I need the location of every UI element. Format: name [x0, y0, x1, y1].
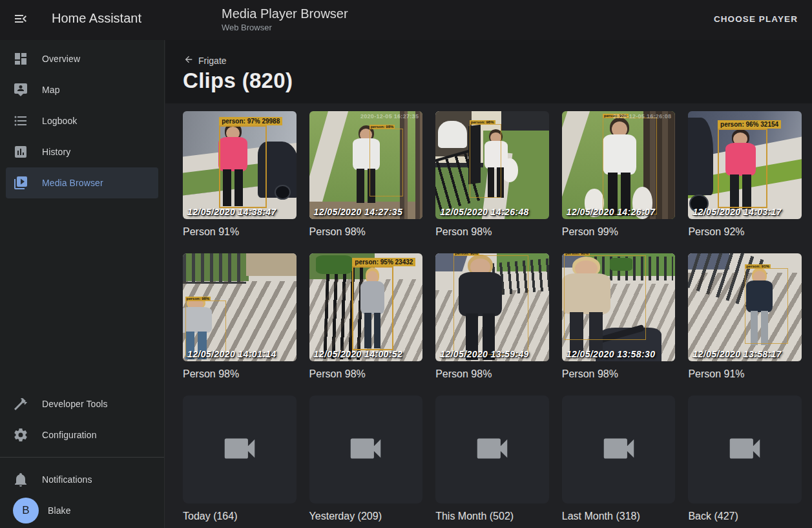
sidebar-item-media-browser[interactable]: Media Browser: [6, 167, 158, 198]
detection-label: person: 98%: [564, 253, 590, 255]
video-camera-icon: [725, 428, 765, 471]
clip-card[interactable]: person: 95% 2343212/05/2020 14:00:52Pers…: [309, 253, 423, 381]
choose-player-button[interactable]: CHOOSE PLAYER: [709, 10, 803, 28]
dashboard-icon: [13, 51, 28, 67]
media-player-titles: Media Player Browser Web Browser: [222, 6, 348, 33]
detection-label: person: 96% 32154: [718, 120, 781, 129]
sidebar-toggle-button[interactable]: [12, 11, 30, 29]
clip-card[interactable]: person: 98%12/05/2020 14:26:48Person 98%: [435, 111, 549, 238]
timestamp-overlay: 12/05/2020 14:26:48: [440, 207, 529, 217]
clip-caption: Person 98%: [309, 225, 423, 238]
detection-label: person: 98%: [370, 125, 395, 129]
clip-thumbnail: person: 97% 2998812/05/2020 14:38:47: [183, 111, 297, 219]
dialog-subtitle: Web Browser: [222, 22, 348, 33]
sidebar-item-developer-tools[interactable]: Developer Tools: [6, 388, 158, 419]
sidebar-item-label: Map: [42, 85, 60, 95]
sidebar-item-map[interactable]: Map: [6, 74, 158, 105]
sidebar-item-label: Notifications: [42, 474, 92, 485]
hammer-icon: [13, 396, 28, 412]
sidebar-item-label: Logbook: [42, 116, 77, 126]
camera-timestamp-overlay: 2020-12-05 16:27:35: [360, 113, 419, 120]
sidebar-bottom: Developer ToolsConfiguration Notificatio…: [0, 388, 164, 528]
scene-prop: [688, 118, 713, 195]
timestamp-overlay: 12/05/2020 13:59:49: [440, 349, 529, 359]
folder-label: Yesterday (209): [309, 509, 423, 523]
clip-caption: Person 91%: [688, 367, 802, 381]
folder-label: Back (427): [688, 509, 802, 523]
tooltip-account-icon: [13, 82, 28, 98]
video-camera-icon: [346, 428, 386, 471]
video-camera-icon: [599, 428, 639, 471]
clip-card[interactable]: person: 98%12/05/2020 13:58:30Person 98%: [562, 253, 676, 381]
bounding-box: [718, 129, 767, 209]
sidebar-item-configuration[interactable]: Configuration: [6, 419, 158, 450]
folder-thumbnail: [309, 396, 423, 503]
sidebar-item-notifications[interactable]: Notifications: [6, 464, 158, 495]
clip-card[interactable]: person: 96% 3215412/05/2020 14:03:17Pers…: [688, 111, 802, 238]
folder-label: Today (164): [183, 509, 297, 523]
sidebar-item-label: Developer Tools: [42, 399, 108, 409]
sidebar-item-overview[interactable]: Overview: [6, 43, 158, 74]
clip-caption: Person 98%: [183, 367, 297, 381]
clip-card[interactable]: person: 98%12/05/2020 13:59:49Person 98%: [435, 253, 549, 381]
clip-card[interactable]: person: 98%12/05/2020 14:01:14Person 98%: [183, 253, 297, 381]
clip-card[interactable]: person: 99%2020-12-05 16:26:0812/05/2020…: [562, 111, 676, 238]
sidebar-divider: [0, 457, 164, 458]
folder-card[interactable]: Back (427): [688, 396, 802, 523]
folder-card[interactable]: Yesterday (209): [309, 396, 423, 523]
sidebar-item-profile[interactable]: B Blake: [6, 495, 158, 526]
clip-caption: Person 98%: [435, 367, 549, 381]
folder-card[interactable]: This Month (502): [435, 396, 549, 523]
timestamp-overlay: 12/05/2020 14:01:14: [187, 349, 276, 359]
list-icon: [13, 113, 28, 129]
clip-card[interactable]: person: 97% 2998812/05/2020 14:38:47Pers…: [183, 111, 297, 238]
timestamp-overlay: 12/05/2020 14:26:07: [567, 207, 656, 217]
bounding-box: [219, 125, 267, 209]
folder-label: Last Month (318): [562, 509, 676, 523]
timestamp-overlay: 12/05/2020 14:38:47: [187, 207, 276, 217]
sidebar-item-label: Overview: [42, 54, 80, 64]
content-header: Frigate Clips (820): [165, 40, 812, 103]
folder-card[interactable]: Last Month (318): [562, 396, 676, 523]
folder-thumbnail: [435, 396, 549, 503]
breadcrumb-back[interactable]: Frigate: [183, 54, 227, 67]
media-grid-scroll-area[interactable]: person: 97% 2998812/05/2020 14:38:47Pers…: [165, 103, 812, 528]
sidebar-item-logbook[interactable]: Logbook: [6, 105, 158, 136]
clip-caption: Person 92%: [688, 225, 802, 238]
clip-thumbnail: person: 98%12/05/2020 14:01:14: [183, 253, 297, 361]
chart-box-icon: [13, 144, 28, 160]
play-box-multiple-icon: [13, 175, 28, 191]
scene-prop2: [275, 185, 291, 200]
clip-card[interactable]: person: 91%12/05/2020 13:58:17Person 91%: [688, 253, 802, 381]
timestamp-overlay: 12/05/2020 13:58:30: [567, 349, 656, 359]
clip-caption: Person 98%: [562, 367, 676, 381]
timestamp-overlay: 12/05/2020 14:03:17: [692, 207, 782, 217]
bounding-box: [745, 268, 788, 344]
clip-thumbnail: person: 98%2020-12-05 16:27:3512/05/2020…: [309, 111, 423, 219]
clip-thumbnail: person: 99%2020-12-05 16:26:0812/05/2020…: [562, 111, 676, 219]
clip-grid: person: 97% 2998812/05/2020 14:38:47Pers…: [183, 111, 802, 523]
sidebar-item-history[interactable]: History: [6, 136, 158, 167]
folder-card[interactable]: Today (164): [183, 396, 297, 523]
detection-label: person: 95% 23432: [352, 258, 415, 266]
sidebar-item-label: Media Browser: [42, 178, 103, 188]
page-title: Clips (820): [183, 69, 293, 93]
breadcrumb-label: Frigate: [198, 56, 227, 66]
clip-thumbnail: person: 98%12/05/2020 13:59:49: [435, 253, 549, 361]
detection-label: person: 98%: [185, 297, 211, 301]
video-camera-icon: [472, 428, 512, 471]
menu-open-icon: [13, 11, 28, 29]
bounding-box: [470, 124, 501, 198]
clip-card[interactable]: person: 98%2020-12-05 16:27:3512/05/2020…: [309, 111, 423, 238]
scene-prop: [316, 255, 352, 273]
arrow-left-icon: [183, 54, 194, 67]
scene-fence: [400, 111, 422, 219]
bounding-box: [370, 129, 404, 196]
bounding-box: [453, 255, 528, 355]
clip-thumbnail: person: 98%12/05/2020 14:26:48: [435, 111, 549, 219]
bounding-box: [564, 255, 645, 339]
sidebar: OverviewMapLogbookHistoryMedia Browser D…: [0, 40, 165, 528]
scene-l3: [246, 253, 296, 276]
timestamp-overlay: 12/05/2020 14:00:52: [314, 349, 403, 359]
timestamp-overlay: 12/05/2020 13:58:17: [692, 349, 782, 359]
